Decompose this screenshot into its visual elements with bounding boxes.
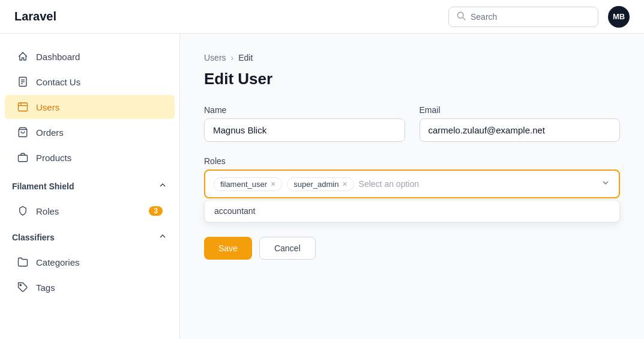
sidebar-item-label: Categories (36, 257, 80, 267)
role-tag-remove-filament-user[interactable]: × (271, 180, 275, 188)
role-tag-filament-user[interactable]: filament_user × (214, 177, 282, 191)
chevron-up-icon (158, 180, 167, 192)
roles-tags: filament_user × super_admin × Select an … (214, 177, 610, 191)
breadcrumb-current: Edit (238, 53, 253, 63)
search-box[interactable] (448, 7, 598, 27)
sidebar-item-categories[interactable]: Categories (5, 250, 175, 274)
name-input[interactable] (204, 118, 405, 142)
box-icon (17, 151, 29, 163)
section-items-classifiers: Categories Tags (0, 250, 179, 279)
save-button[interactable]: Save (204, 237, 252, 260)
shield-icon (17, 205, 29, 217)
chevron-up-icon (158, 231, 167, 243)
section-filament-shield: Filament Shield Roles (0, 174, 179, 223)
app-logo: Laravel (14, 10, 56, 23)
sidebar-item-contact-us[interactable]: Contact Us (5, 70, 175, 94)
page-title: Edit User (204, 70, 620, 88)
sidebar-item-label: Contact Us (36, 77, 80, 87)
home-icon (17, 50, 29, 63)
sidebar-item-dashboard[interactable]: Dashboard (5, 44, 175, 69)
sidebar-main-nav: Dashboard Contact Us (0, 44, 179, 170)
roles-label: Roles (204, 156, 620, 166)
topnav-right: MB (448, 6, 630, 28)
roles-badge: 3 (149, 206, 163, 216)
sidebar-item-roles[interactable]: Roles 3 (5, 199, 175, 223)
layout: Dashboard Contact Us (0, 34, 644, 279)
sidebar-item-users[interactable]: Users (5, 95, 175, 119)
svg-line-1 (463, 17, 465, 20)
section-classifiers: Classifiers Categories (0, 225, 179, 279)
role-tag-label: filament_user (220, 180, 267, 189)
sidebar-item-label: Roles (36, 206, 59, 216)
sidebar-item-orders[interactable]: Orders (5, 120, 175, 144)
sidebar: Dashboard Contact Us (0, 34, 180, 279)
chevron-down-icon (601, 178, 610, 190)
section-header-classifiers[interactable]: Classifiers (5, 225, 175, 249)
search-icon (456, 11, 466, 23)
roles-dropdown-list: accountant (204, 200, 620, 222)
email-label: Email (420, 105, 621, 115)
main-content: Users › Edit Edit User Name Email Roles (180, 34, 644, 279)
breadcrumb-link-users[interactable]: Users (204, 53, 226, 63)
svg-rect-6 (19, 103, 28, 111)
section-label: Filament Shield (12, 182, 74, 191)
cart-icon (17, 126, 29, 138)
sidebar-item-label: Dashboard (36, 52, 80, 62)
avatar[interactable]: MB (608, 6, 630, 28)
form-group-roles: Roles filament_user × super_admin × Sele… (204, 156, 620, 222)
roles-placeholder: Select an option (359, 177, 419, 191)
users-icon (17, 101, 29, 113)
form-group-email: Email (420, 105, 621, 142)
top-navigation: Laravel MB (0, 0, 644, 34)
role-tag-super-admin[interactable]: super_admin × (287, 177, 354, 191)
dropdown-item-accountant[interactable]: accountant (205, 200, 619, 222)
sidebar-item-label: Orders (36, 127, 64, 138)
role-tag-remove-super-admin[interactable]: × (342, 180, 347, 188)
form-group-name: Name (204, 105, 405, 142)
form-actions: Save Cancel (204, 237, 620, 260)
form-row-name-email: Name Email (204, 105, 620, 142)
section-items-filament-shield: Roles 3 (0, 199, 179, 223)
breadcrumb-separator: › (231, 53, 234, 63)
breadcrumb: Users › Edit (204, 53, 620, 63)
section-header-filament-shield[interactable]: Filament Shield (5, 174, 175, 198)
roles-select[interactable]: filament_user × super_admin × Select an … (204, 170, 620, 198)
svg-rect-10 (19, 155, 28, 162)
email-input[interactable] (420, 118, 621, 142)
sidebar-item-label: Products (36, 153, 71, 163)
cancel-button[interactable]: Cancel (259, 237, 316, 260)
search-input[interactable] (471, 12, 591, 22)
role-tag-label: super_admin (293, 180, 339, 189)
sidebar-item-label: Users (36, 102, 59, 112)
section-label: Classifiers (12, 233, 55, 242)
svg-point-0 (457, 12, 463, 18)
name-label: Name (204, 105, 405, 115)
sidebar-item-tags[interactable]: Tags (5, 275, 175, 279)
sidebar-item-products[interactable]: Products (5, 145, 175, 170)
file-icon (17, 76, 29, 88)
folder-icon (17, 256, 29, 268)
